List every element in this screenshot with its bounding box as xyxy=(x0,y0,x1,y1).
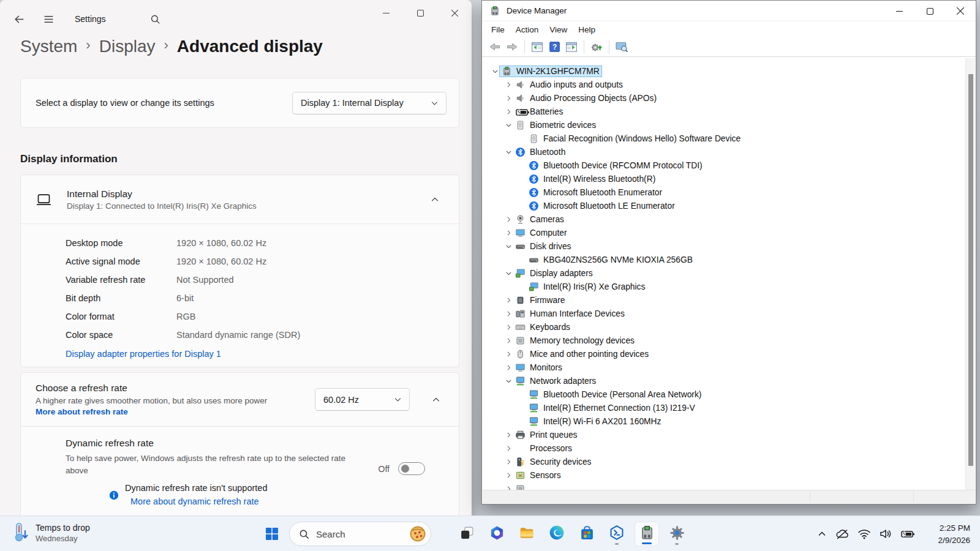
maximize-button[interactable] xyxy=(403,0,437,26)
menu-file[interactable]: File xyxy=(486,23,510,36)
tree-row[interactable]: Audio inputs and outputs xyxy=(483,78,965,91)
search-box[interactable]: Search xyxy=(289,522,431,546)
tree-row[interactable]: Firmware xyxy=(483,293,965,307)
volume-icon[interactable] xyxy=(879,528,892,539)
menu-view[interactable]: View xyxy=(544,23,573,36)
expand-chevron-icon[interactable] xyxy=(503,484,513,490)
display-card-header[interactable]: Internal Display Display 1: Connected to… xyxy=(21,175,459,224)
selected-tree-item[interactable]: WIN-2K1GHFCM7MR xyxy=(500,66,601,77)
more-about-refresh-rate-link[interactable]: More about refresh rate xyxy=(36,407,128,416)
menu-help[interactable]: Help xyxy=(573,23,601,36)
tree-row[interactable]: Memory technology devices xyxy=(483,334,965,347)
expand-chevron-icon[interactable] xyxy=(503,322,513,332)
chevron-up-icon[interactable] xyxy=(817,529,827,539)
tree-row[interactable]: Sensors xyxy=(483,468,965,482)
tree-row[interactable]: Human Interface Devices xyxy=(483,307,965,320)
start-button[interactable] xyxy=(260,522,284,546)
battery-icon[interactable] xyxy=(900,528,915,539)
tree-row[interactable]: Bluetooth Device (Personal Area Network) xyxy=(483,388,965,401)
tree-row[interactable]: Microsoft Bluetooth Enumerator xyxy=(483,186,965,199)
tree-row[interactable] xyxy=(483,482,965,490)
drr-toggle[interactable] xyxy=(398,462,425,475)
breadcrumb-system[interactable]: System xyxy=(20,37,77,56)
wifi-icon[interactable] xyxy=(858,528,871,539)
tree-row[interactable]: Intel(R) Iris(R) Xe Graphics xyxy=(483,280,965,293)
refresh-rate-dropdown[interactable]: 60.02 Hz xyxy=(315,388,410,411)
scan-button[interactable] xyxy=(614,39,630,55)
expand-chevron-icon[interactable] xyxy=(503,80,513,89)
expand-chevron-icon[interactable] xyxy=(503,349,513,359)
tree-row[interactable]: Computer xyxy=(483,226,965,239)
update-driver-button[interactable] xyxy=(589,39,605,55)
breadcrumb-display[interactable]: Display xyxy=(99,37,156,56)
tree-row[interactable]: Cameras xyxy=(483,212,965,226)
tree-row[interactable]: Print queues xyxy=(483,428,965,441)
microsoft-store-button[interactable] xyxy=(575,522,599,546)
settings-button[interactable] xyxy=(665,522,689,546)
close-button[interactable] xyxy=(945,1,976,21)
tree-row[interactable]: Network adapters xyxy=(483,374,965,388)
clock[interactable]: 2:25 PM 2/9/2026 xyxy=(934,521,974,547)
tree-row[interactable]: Facial Recognition (Windows Hello) Softw… xyxy=(483,132,965,145)
vertical-scrollbar[interactable] xyxy=(965,58,975,490)
expand-chevron-icon[interactable] xyxy=(503,470,513,480)
tree-row[interactable]: Bluetooth xyxy=(483,145,965,159)
expand-chevron-icon[interactable] xyxy=(503,93,513,103)
microsoft365-button[interactable] xyxy=(484,522,509,546)
search-icon[interactable] xyxy=(147,11,163,27)
file-explorer-button[interactable] xyxy=(514,522,539,546)
tree-row[interactable]: WIN-2K1GHFCM7MR xyxy=(483,64,965,78)
expand-chevron-icon[interactable] xyxy=(503,376,513,386)
menu-action[interactable]: Action xyxy=(510,23,545,36)
tree-row[interactable]: Monitors xyxy=(483,361,965,374)
tree-row[interactable]: Intel(R) Wireless Bluetooth(R) xyxy=(483,172,965,186)
tree-row[interactable]: KBG40ZNS256G NVMe KIOXIA 256GB xyxy=(483,253,965,266)
display-select-dropdown[interactable]: Display 1: Internal Display xyxy=(292,92,447,114)
tree-row[interactable]: Batteries xyxy=(483,105,965,118)
tree-row[interactable]: Biometric devices xyxy=(483,118,965,132)
maximize-button[interactable] xyxy=(914,1,945,21)
weather-widget[interactable]: Temps to drop Wednesday xyxy=(7,521,95,544)
back-button[interactable] xyxy=(11,11,27,27)
expand-chevron-icon[interactable] xyxy=(503,309,513,318)
expand-chevron-icon[interactable] xyxy=(503,228,513,238)
tree-row[interactable]: Intel(R) Wi-Fi 6 AX201 160MHz xyxy=(483,414,965,428)
tree-row[interactable]: Audio Processing Objects (APOs) xyxy=(483,91,965,105)
collapse-chevron-icon[interactable] xyxy=(427,391,445,409)
tree-row[interactable]: Mice and other pointing devices xyxy=(483,347,965,361)
tree-row[interactable]: Disk drives xyxy=(483,239,965,253)
expand-chevron-icon[interactable] xyxy=(503,295,513,305)
display-adapter-properties-link[interactable]: Display adapter properties for Display 1 xyxy=(66,349,221,359)
minimize-button[interactable] xyxy=(884,1,914,21)
navigation-menu-icon[interactable] xyxy=(40,11,56,27)
nav-forward-button[interactable] xyxy=(504,39,520,55)
tree-row[interactable]: Microsoft Bluetooth LE Enumerator xyxy=(483,199,965,212)
tree-row[interactable]: Intel(R) Ethernet Connection (13) I219-V xyxy=(483,401,965,414)
expand-chevron-icon[interactable] xyxy=(503,147,513,157)
more-about-drr-link[interactable]: More about dynamic refresh rate xyxy=(130,497,259,506)
expand-chevron-icon[interactable] xyxy=(503,443,513,453)
minimize-button[interactable] xyxy=(369,0,403,26)
expand-chevron-icon[interactable] xyxy=(490,66,500,76)
cloud-off-icon[interactable] xyxy=(835,528,850,540)
expand-chevron-icon[interactable] xyxy=(503,457,513,467)
tree-row[interactable]: Bluetooth Device (RFCOMM Protocol TDI) xyxy=(483,159,965,172)
powershell-button[interactable] xyxy=(605,522,629,546)
tree-row[interactable]: Processors xyxy=(483,441,965,455)
horizontal-scrollbar[interactable] xyxy=(483,490,975,503)
device-manager-button[interactable] xyxy=(635,522,659,546)
properties-button[interactable] xyxy=(564,39,579,55)
expand-chevron-icon[interactable] xyxy=(503,362,513,372)
expand-chevron-icon[interactable] xyxy=(503,214,513,224)
task-view-button[interactable] xyxy=(454,522,479,546)
scrollbar-thumb[interactable] xyxy=(968,74,973,466)
close-button[interactable] xyxy=(437,0,472,26)
tree-row[interactable]: Keyboards xyxy=(483,320,965,334)
tree-row[interactable]: Display adapters xyxy=(483,266,965,280)
expand-chevron-icon[interactable] xyxy=(503,430,513,440)
collapse-chevron-icon[interactable] xyxy=(426,190,444,209)
help-button[interactable]: ? xyxy=(546,39,562,55)
tree-row[interactable]: Security devices xyxy=(483,455,965,468)
expand-chevron-icon[interactable] xyxy=(503,335,513,345)
nav-back-button[interactable] xyxy=(487,39,503,55)
